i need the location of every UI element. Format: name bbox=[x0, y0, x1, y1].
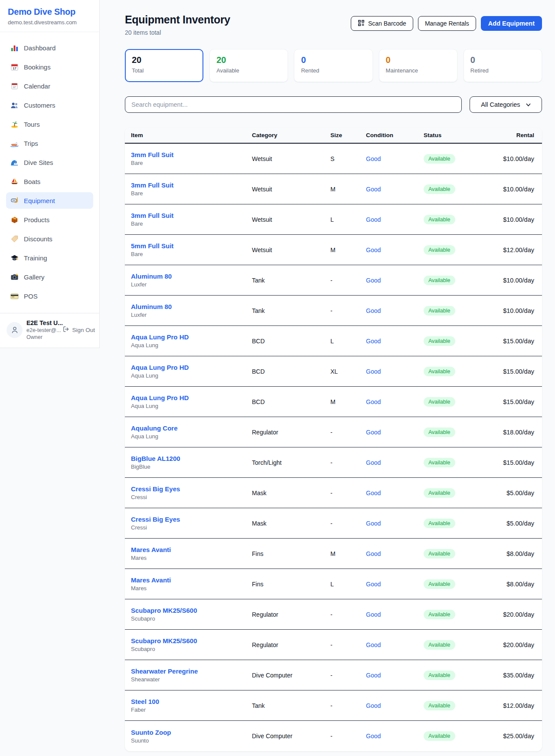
equipment-table: ItemCategorySizeConditionStatusRental 3m… bbox=[125, 128, 542, 751]
category-cell: Fins bbox=[252, 581, 330, 588]
sidebar-item-pos[interactable]: POS bbox=[6, 288, 93, 304]
item-cell: 5mm Full SuitBare bbox=[131, 242, 252, 257]
item-name-link[interactable]: 3mm Full Suit bbox=[131, 212, 252, 219]
condition-link[interactable]: Good bbox=[366, 398, 381, 405]
category-cell: BCD bbox=[252, 398, 330, 405]
stat-label: Total bbox=[132, 67, 196, 74]
condition-link[interactable]: Good bbox=[366, 429, 381, 436]
item-name-link[interactable]: Aqua Lung Pro HD bbox=[131, 364, 252, 371]
item-name-link[interactable]: Aqua Lung Pro HD bbox=[131, 333, 252, 341]
condition-link[interactable]: Good bbox=[366, 186, 381, 193]
stat-card-total[interactable]: 20Total bbox=[125, 49, 203, 82]
item-name-link[interactable]: Aluminum 80 bbox=[131, 273, 252, 280]
sidebar-item-customers[interactable]: Customers bbox=[6, 97, 93, 113]
sidebar-item-calendar[interactable]: Calendar bbox=[6, 78, 93, 94]
search-input[interactable] bbox=[125, 96, 462, 113]
table-row: 3mm Full SuitBareWetsuitLGoodAvailable$1… bbox=[125, 204, 542, 235]
item-name-link[interactable]: 5mm Full Suit bbox=[131, 242, 252, 250]
sign-out-button[interactable]: Sign Out bbox=[62, 325, 95, 334]
stat-card-rented[interactable]: 0Rented bbox=[294, 49, 372, 82]
condition-link[interactable]: Good bbox=[366, 155, 381, 162]
sidebar-item-boats[interactable]: Boats bbox=[6, 173, 93, 190]
sidebar-item-training[interactable]: Training bbox=[6, 250, 93, 266]
condition-link[interactable]: Good bbox=[366, 550, 381, 557]
sidebar-item-dashboard[interactable]: Dashboard bbox=[6, 39, 93, 56]
condition-link[interactable]: Good bbox=[366, 338, 381, 345]
status-badge: Available bbox=[424, 245, 455, 255]
condition-link[interactable]: Good bbox=[366, 581, 381, 588]
item-name-link[interactable]: Aluminum 80 bbox=[131, 303, 252, 310]
stat-value: 0 bbox=[470, 55, 535, 65]
item-name-link[interactable]: Suunto Zoop bbox=[131, 729, 252, 736]
sidebar-item-bookings[interactable]: 17Bookings bbox=[6, 59, 93, 75]
condition-link[interactable]: Good bbox=[366, 611, 381, 618]
sidebar-item-trips[interactable]: Trips bbox=[6, 135, 93, 151]
sidebar-item-dive-sites[interactable]: Dive Sites bbox=[6, 154, 93, 171]
sidebar-item-products[interactable]: Products bbox=[6, 211, 93, 228]
condition-link[interactable]: Good bbox=[366, 247, 381, 253]
size-cell: - bbox=[330, 641, 366, 648]
condition-link[interactable]: Good bbox=[366, 459, 381, 466]
item-name-link[interactable]: Mares Avanti bbox=[131, 546, 252, 553]
item-name-link[interactable]: Aqualung Core bbox=[131, 424, 252, 432]
category-select[interactable]: All Categories bbox=[470, 96, 542, 113]
condition-link[interactable]: Good bbox=[366, 307, 381, 314]
sidebar-item-discounts[interactable]: Discounts bbox=[6, 230, 93, 247]
stat-value: 20 bbox=[216, 55, 281, 65]
category-cell: Wetsuit bbox=[252, 216, 330, 223]
brand-block: Demo Dive Shop demo.test.divestreams.com bbox=[0, 0, 99, 32]
table-row: Cressi Big EyesCressiMask-GoodAvailable$… bbox=[125, 508, 542, 539]
status-badge: Available bbox=[424, 671, 455, 680]
table-row: Aqua Lung Pro HDAqua LungBCDMGoodAvailab… bbox=[125, 387, 542, 417]
sidebar-item-tours[interactable]: Tours bbox=[6, 116, 93, 132]
condition-link[interactable]: Good bbox=[366, 641, 381, 648]
item-name-link[interactable]: Cressi Big Eyes bbox=[131, 485, 252, 493]
condition-link[interactable]: Good bbox=[366, 277, 381, 284]
condition-link[interactable]: Good bbox=[366, 733, 381, 740]
tours-icon bbox=[10, 120, 19, 128]
item-name-link[interactable]: Cressi Big Eyes bbox=[131, 516, 252, 523]
stat-card-available[interactable]: 20Available bbox=[209, 49, 288, 82]
brand-title[interactable]: Demo Dive Shop bbox=[8, 7, 91, 17]
item-brand: Luxfer bbox=[131, 281, 252, 288]
item-name-link[interactable]: Scubapro MK25/S600 bbox=[131, 637, 252, 644]
filters-row: All Categories bbox=[125, 96, 542, 113]
status-badge: Available bbox=[424, 488, 455, 498]
item-name-link[interactable]: Mares Avanti bbox=[131, 576, 252, 584]
condition-link[interactable]: Good bbox=[366, 672, 381, 679]
manage-rentals-button[interactable]: Manage Rentals bbox=[418, 16, 476, 31]
item-name-link[interactable]: Steel 100 bbox=[131, 698, 252, 705]
condition-link[interactable]: Good bbox=[366, 490, 381, 496]
discounts-icon bbox=[10, 235, 19, 243]
item-name-link[interactable]: Shearwater Peregrine bbox=[131, 667, 252, 675]
page-header: Equipment Inventory 20 items total Scan … bbox=[125, 13, 542, 36]
add-equipment-button[interactable]: Add Equipment bbox=[481, 16, 542, 31]
table-row: 3mm Full SuitBareWetsuitMGoodAvailable$1… bbox=[125, 174, 542, 204]
item-name-link[interactable]: BigBlue AL1200 bbox=[131, 455, 252, 462]
stat-card-maintenance[interactable]: 0Maintenance bbox=[379, 49, 457, 82]
stat-card-retired[interactable]: 0Retired bbox=[464, 49, 542, 82]
table-row: Mares AvantiMaresFinsLGoodAvailable$8.00… bbox=[125, 569, 542, 599]
sidebar-item-equipment[interactable]: Equipment bbox=[6, 192, 93, 209]
condition-link[interactable]: Good bbox=[366, 368, 381, 375]
page-title: Equipment Inventory bbox=[125, 13, 230, 26]
status-badge: Available bbox=[424, 336, 455, 346]
calendar-icon bbox=[10, 82, 19, 90]
scan-barcode-button[interactable]: Scan Barcode bbox=[351, 16, 413, 31]
column-header-item: Item bbox=[131, 132, 252, 138]
sidebar-item-label: Calendar bbox=[24, 82, 50, 90]
condition-link[interactable]: Good bbox=[366, 520, 381, 527]
item-name-link[interactable]: 3mm Full Suit bbox=[131, 151, 252, 158]
sign-out-label: Sign Out bbox=[72, 327, 95, 333]
rental-cell: $8.00/day bbox=[489, 581, 534, 588]
header-actions: Scan Barcode Manage Rentals Add Equipmen… bbox=[351, 16, 542, 31]
item-name-link[interactable]: 3mm Full Suit bbox=[131, 181, 252, 189]
condition-link[interactable]: Good bbox=[366, 216, 381, 223]
item-name-link[interactable]: Scubapro MK25/S600 bbox=[131, 607, 252, 614]
item-name-link[interactable]: Aqua Lung Pro HD bbox=[131, 394, 252, 401]
sidebar-item-gallery[interactable]: Gallery bbox=[6, 269, 93, 285]
table-row: Aluminum 80LuxferTank-GoodAvailable$10.0… bbox=[125, 265, 542, 296]
category-select-value: All Categories bbox=[481, 101, 520, 108]
sidebar-item-label: Dive Sites bbox=[24, 159, 53, 166]
condition-link[interactable]: Good bbox=[366, 702, 381, 709]
